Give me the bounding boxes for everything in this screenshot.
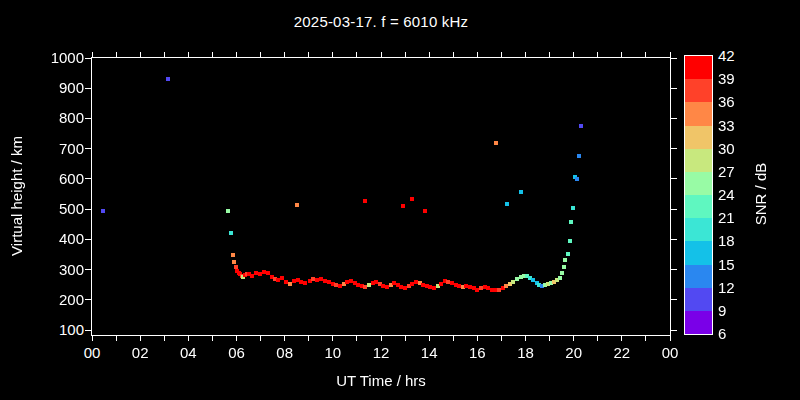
y-tick-label: 900: [38, 79, 84, 96]
x-tick-top: [429, 52, 430, 57]
x-tick-bottom: [308, 336, 309, 341]
x-tick-top: [525, 52, 526, 57]
x-tick-bottom: [670, 336, 671, 341]
y-tick-label: 500: [38, 200, 84, 217]
x-tick-top: [188, 52, 189, 57]
colorbar-tick-label: 9: [718, 302, 752, 319]
x-tick-top: [140, 52, 141, 57]
colorbar-segment: [685, 241, 712, 264]
colorbar-segment: [685, 172, 712, 195]
x-tick-top: [164, 52, 165, 57]
x-tick-bottom: [405, 336, 406, 341]
y-tick-left: [85, 88, 91, 89]
x-tick-top: [332, 52, 333, 57]
ionogram-chart-window: 2025-03-17. f = 6010 kHz 000204060810121…: [0, 0, 800, 400]
x-tick-top: [356, 52, 357, 57]
x-tick-top: [284, 52, 285, 57]
x-tick-bottom: [284, 336, 285, 341]
x-tick-label: 12: [364, 344, 398, 361]
x-tick-top: [405, 52, 406, 57]
colorbar-segment: [685, 218, 712, 241]
x-tick-bottom: [260, 336, 261, 341]
colorbar-tick-label: 42: [718, 47, 752, 64]
y-tick-right: [671, 118, 677, 119]
snr-colorbar: [684, 55, 713, 335]
x-tick-bottom: [356, 336, 357, 341]
x-tick-top: [116, 52, 117, 57]
x-tick-bottom: [597, 336, 598, 341]
x-tick-top: [381, 52, 382, 57]
x-tick-top: [212, 52, 213, 57]
y-tick-left: [85, 58, 91, 59]
x-tick-bottom: [140, 336, 141, 341]
x-tick-label: 06: [220, 344, 254, 361]
y-tick-right: [671, 269, 677, 270]
x-tick-bottom: [549, 336, 550, 341]
colorbar-segment: [685, 102, 712, 125]
x-tick-top: [670, 52, 671, 57]
x-tick-top: [597, 52, 598, 57]
x-tick-bottom: [381, 336, 382, 341]
x-tick-label: 18: [509, 344, 543, 361]
colorbar-segment: [685, 311, 712, 334]
x-tick-top: [236, 52, 237, 57]
colorbar-segment: [685, 149, 712, 172]
x-axis-title: UT Time / hrs: [92, 372, 670, 389]
colorbar-segment: [685, 265, 712, 288]
y-tick-label: 1000: [38, 49, 84, 66]
x-tick-bottom: [621, 336, 622, 341]
colorbar-segment: [685, 288, 712, 311]
x-tick-bottom: [332, 336, 333, 341]
x-tick-bottom: [212, 336, 213, 341]
x-tick-top: [621, 52, 622, 57]
x-tick-label: 10: [316, 344, 350, 361]
x-tick-top: [501, 52, 502, 57]
colorbar-tick-label: 33: [718, 117, 752, 134]
x-tick-label: 16: [460, 344, 494, 361]
x-tick-label: 08: [268, 344, 302, 361]
x-tick-bottom: [477, 336, 478, 341]
x-tick-top: [645, 52, 646, 57]
y-tick-left: [85, 330, 91, 331]
x-tick-label: 20: [557, 344, 591, 361]
colorbar-tick-label: 36: [718, 93, 752, 110]
y-tick-right: [671, 209, 677, 210]
colorbar-tick-label: 27: [718, 163, 752, 180]
y-tick-label: 100: [38, 321, 84, 338]
y-tick-left: [85, 118, 91, 119]
colorbar-segment: [685, 126, 712, 149]
x-tick-bottom: [645, 336, 646, 341]
y-tick-right: [671, 299, 677, 300]
x-tick-bottom: [573, 336, 574, 341]
x-tick-bottom: [453, 336, 454, 341]
x-tick-bottom: [92, 336, 93, 341]
y-tick-left: [85, 209, 91, 210]
colorbar-tick-label: 6: [718, 325, 752, 342]
x-tick-bottom: [188, 336, 189, 341]
colorbar-tick-label: 39: [718, 70, 752, 87]
x-tick-bottom: [164, 336, 165, 341]
colorbar-tick-label: 30: [718, 140, 752, 157]
colorbar-title: SNR / dB: [752, 163, 769, 226]
y-tick-right: [671, 239, 677, 240]
x-tick-label: 04: [171, 344, 205, 361]
y-tick-right: [671, 330, 677, 331]
y-tick-label: 700: [38, 140, 84, 157]
x-tick-label: 02: [123, 344, 157, 361]
x-tick-top: [549, 52, 550, 57]
scatter-points-canvas: [92, 58, 670, 335]
x-tick-label: 14: [412, 344, 446, 361]
colorbar-segment: [685, 195, 712, 218]
chart-title: 2025-03-17. f = 6010 kHz: [92, 13, 670, 30]
x-tick-bottom: [236, 336, 237, 341]
y-tick-label: 800: [38, 109, 84, 126]
colorbar-segment: [685, 79, 712, 102]
x-tick-top: [260, 52, 261, 57]
x-tick-bottom: [429, 336, 430, 341]
x-tick-top: [573, 52, 574, 57]
y-tick-label: 200: [38, 291, 84, 308]
y-tick-left: [85, 269, 91, 270]
colorbar-tick-label: 15: [718, 256, 752, 273]
y-tick-left: [85, 178, 91, 179]
x-tick-label: 00: [75, 344, 109, 361]
